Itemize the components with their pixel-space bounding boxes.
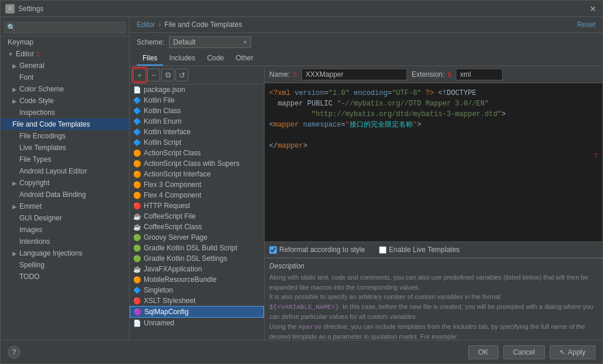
file-icon: 🟠 xyxy=(133,160,141,168)
tab-includes[interactable]: Includes xyxy=(163,52,201,66)
reformat-checkbox[interactable] xyxy=(269,246,277,254)
file-list-toolbar: + − ⧉ ↺ xyxy=(130,66,264,84)
file-icon: 🟠 xyxy=(133,181,141,189)
live-templates-checkbox[interactable] xyxy=(379,246,387,254)
live-templates-checkbox-label[interactable]: Enable Live Templates xyxy=(379,246,460,254)
desc-line-4d: Includes xyxy=(453,323,477,330)
reset-button[interactable]: Reset xyxy=(577,21,595,29)
list-item[interactable]: 🟢Gradle Kotlin DSL Build Script xyxy=(130,243,264,253)
list-item[interactable]: 🔷Kotlin Interface xyxy=(130,127,264,137)
list-item[interactable]: 📄package.json xyxy=(130,84,264,95)
sidebar-item-language-injections[interactable]: ▶ Language Injections xyxy=(1,247,129,259)
sidebar-item-file-encodings[interactable]: File Encodings xyxy=(1,130,129,142)
help-button[interactable]: ? xyxy=(8,346,21,359)
sidebar-item-label: Images xyxy=(19,226,42,234)
chevron-right-icon: ▶ xyxy=(12,63,17,69)
cancel-button[interactable]: Cancel xyxy=(503,345,545,359)
ext-num: 6 xyxy=(448,71,451,78)
list-item[interactable]: 🟢Groovy Server Page xyxy=(130,232,264,243)
sidebar: Keymap ▼ Editor 1 ▶ General Font ▶ Color… xyxy=(1,17,130,340)
reformat-checkbox-label[interactable]: Reformat according to style xyxy=(269,246,365,254)
sidebar-item-label: Code Style xyxy=(19,97,54,105)
copy-template-button[interactable]: ⧉ xyxy=(161,69,174,81)
search-bar[interactable] xyxy=(1,19,129,36)
panel-header: Editor › File and Code Templates Reset xyxy=(130,17,602,33)
sidebar-item-gui-designer[interactable]: GUI Designer xyxy=(1,212,129,224)
list-item[interactable]: 🔷Kotlin Class xyxy=(130,106,264,116)
chevron-right-icon: ▶ xyxy=(12,98,17,104)
sidebar-item-code-style[interactable]: ▶ Code Style xyxy=(1,95,129,107)
file-list-panel: + − ⧉ ↺ 📄package.json 🔷Kotlin File 🔷Kotl… xyxy=(130,66,265,340)
sidebar-item-file-types[interactable]: File Types xyxy=(1,154,129,165)
remove-template-button[interactable]: − xyxy=(147,69,160,81)
sidebar-item-keymap[interactable]: Keymap xyxy=(1,36,129,48)
sidebar-item-label: Copyright xyxy=(19,179,49,187)
list-item[interactable]: 🔷Kotlin Enum xyxy=(130,116,264,127)
sidebar-item-general[interactable]: ▶ General xyxy=(1,60,129,72)
desc-line-2: It is also possible to specify an arbitr… xyxy=(269,293,500,300)
sidebar-item-emmet[interactable]: ▶ Emmet xyxy=(1,200,129,212)
list-item[interactable]: 🟠ActionScript Class xyxy=(130,148,264,158)
sidebar-item-android-data-binding[interactable]: Android Data Binding xyxy=(1,189,129,200)
list-item[interactable]: 🟠Flex 4 Component xyxy=(130,190,264,200)
search-input[interactable] xyxy=(4,22,126,33)
sidebar-item-file-and-code-templates[interactable]: File and Code Templates xyxy=(1,118,129,130)
checkboxes-row: Reformat according to style Enable Live … xyxy=(265,241,602,258)
sidebar-item-font[interactable]: Font xyxy=(1,72,129,83)
sidebar-item-images[interactable]: Images xyxy=(1,224,129,236)
apply-label: Apply xyxy=(568,348,585,356)
file-icon: ☕ xyxy=(133,266,141,273)
list-item[interactable]: ☕CoffeeScript Class xyxy=(130,222,264,232)
tab-code[interactable]: Code xyxy=(201,52,230,66)
add-template-button[interactable]: + xyxy=(133,69,146,81)
list-item[interactable]: 🔷Kotlin Script xyxy=(130,137,264,148)
list-item[interactable]: 🟠ActionScript Class with Supers xyxy=(130,158,264,169)
list-item[interactable]: 🟠Flex 3 Component xyxy=(130,179,264,190)
ok-button[interactable]: OK xyxy=(468,345,498,359)
sidebar-item-label: Font xyxy=(19,73,33,81)
sidebar-item-copyright[interactable]: ▶ Copyright xyxy=(1,177,129,189)
file-icon: 🔷 xyxy=(133,128,141,136)
name-input[interactable] xyxy=(302,69,407,80)
list-item[interactable]: ☕JavaFXApplication xyxy=(130,264,264,274)
scheme-select[interactable]: Default xyxy=(169,36,251,48)
close-button[interactable]: ✕ xyxy=(588,4,598,13)
apply-button[interactable]: ↖ Apply xyxy=(550,345,595,359)
sidebar-item-inspections[interactable]: Inspections xyxy=(1,107,129,118)
sidebar-item-label: GUI Designer xyxy=(19,214,62,222)
reset-template-button[interactable]: ↺ xyxy=(175,69,188,81)
list-item[interactable]: 🔴HTTP Request xyxy=(130,200,264,211)
sidebar-item-label: Color Scheme xyxy=(19,85,64,93)
list-item[interactable]: 🟢Gradle Kotlin DSL Settings xyxy=(130,253,264,264)
tab-files[interactable]: Files xyxy=(137,52,163,66)
sidebar-item-todo[interactable]: TODO xyxy=(1,271,129,283)
sidebar-item-spelling[interactable]: Spelling xyxy=(1,259,129,271)
name-label-text: Name: xyxy=(269,70,290,79)
code-editor[interactable]: <?xml version="1.0" encoding="UTF-8" ?> … xyxy=(265,83,602,241)
desc-line-4b: #parse xyxy=(299,324,322,331)
tab-other[interactable]: Other xyxy=(230,52,259,66)
list-item[interactable]: 🟠MobileResourceBundle xyxy=(130,274,264,285)
sidebar-item-android-layout-editor[interactable]: Android Layout Editor xyxy=(1,165,129,177)
ext-input[interactable] xyxy=(456,69,503,80)
ext-label-text: Extension: xyxy=(412,70,445,79)
breadcrumb-end: File and Code Templates xyxy=(164,21,242,29)
list-item[interactable]: 🔴XSLT Stylesheet xyxy=(130,295,264,306)
sidebar-item-editor[interactable]: ▼ Editor 1 xyxy=(1,48,129,60)
list-item[interactable]: 🔷Singleton xyxy=(130,285,264,295)
list-item[interactable]: ☕CoffeeScript File xyxy=(130,211,264,222)
breadcrumb-separator: › xyxy=(158,21,161,29)
list-item-sqlmapconfig[interactable]: 🟣SqlMapConfig xyxy=(130,306,264,318)
sidebar-item-live-templates[interactable]: Live Templates xyxy=(1,142,129,154)
sidebar-item-label: Language Injections xyxy=(19,249,82,257)
sidebar-item-color-scheme[interactable]: ▶ Color Scheme xyxy=(1,83,129,95)
list-item[interactable]: 📄Unnamed xyxy=(130,318,264,328)
list-item[interactable]: 🔷Kotlin File xyxy=(130,95,264,106)
file-icon: ☕ xyxy=(133,213,141,220)
app-icon: ⚙ xyxy=(5,4,15,13)
tab-files-label: Files xyxy=(143,54,157,62)
sidebar-item-intentions[interactable]: Intentions xyxy=(1,236,129,247)
list-item[interactable]: 🟠ActionScript Interface xyxy=(130,169,264,179)
file-icon: 🔴 xyxy=(133,297,141,305)
editor-panel: Name: 5 Extension: 6 <?xml version="1.0"… xyxy=(265,66,602,340)
